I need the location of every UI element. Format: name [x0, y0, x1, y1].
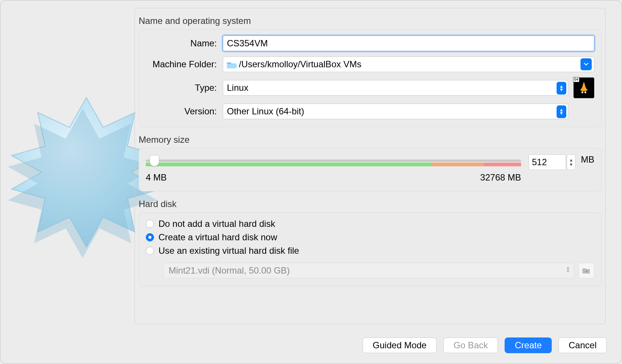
version-label: Version:: [146, 106, 217, 117]
chevron-down-icon: ▼: [569, 162, 573, 167]
name-label: Name:: [146, 38, 217, 49]
os-icon: 64: [573, 77, 594, 98]
svg-point-2: [582, 92, 583, 93]
version-select[interactable]: Other Linux (64-bit) ▲▼: [223, 104, 568, 119]
group-harddisk: Do not add a virtual hard disk Create a …: [139, 212, 601, 286]
radio-existing-disk[interactable]: Use an existing virtual hard disk file: [146, 246, 594, 256]
section-name-os-label: Name and operating system: [139, 16, 605, 26]
radio-no-disk-label: Do not add a virtual hard disk: [158, 219, 275, 229]
type-label: Type:: [146, 83, 217, 93]
radio-create-disk[interactable]: Create a virtual hard disk now: [146, 232, 594, 243]
radio-checked-icon: [146, 233, 154, 241]
existing-disk-value: Mint21.vdi (Normal, 50.00 GB): [169, 265, 290, 276]
machine-folder-combo[interactable]: /Users/kmolloy/VirtualBox VMs: [223, 56, 594, 72]
chevron-up-icon: ▲: [569, 158, 573, 162]
radio-icon: [146, 247, 154, 255]
chevron-down-icon[interactable]: [581, 58, 592, 70]
go-back-button[interactable]: Go Back: [443, 337, 498, 353]
memory-stepper[interactable]: ▲ ▼: [567, 154, 576, 170]
type-select[interactable]: Linux ▲▼: [223, 80, 568, 96]
radio-existing-disk-label: Use an existing virtual hard disk file: [158, 246, 299, 256]
svg-point-3: [585, 92, 586, 93]
browse-disk-button: [579, 263, 594, 278]
version-value: Other Linux (64-bit): [227, 106, 304, 117]
memory-slider[interactable]: 4 MB 32768 MB: [146, 154, 521, 177]
radio-icon: [146, 220, 154, 228]
machine-folder-value: /Users/kmolloy/VirtualBox VMs: [239, 59, 361, 70]
existing-disk-select: Mint21.vdi (Normal, 50.00 GB) ▲▼: [163, 263, 574, 278]
guided-mode-button[interactable]: Guided Mode: [363, 337, 437, 353]
updown-disabled-icon: ▲▼: [566, 266, 570, 273]
group-memory: 4 MB 32768 MB ▲ ▼ MB: [139, 148, 601, 191]
create-button[interactable]: Create: [505, 337, 552, 353]
machine-folder-label: Machine Folder:: [146, 59, 217, 70]
folder-icon: [227, 61, 237, 68]
wizard-panel: Name and operating system Name: Machine …: [135, 8, 606, 324]
type-value: Linux: [227, 83, 248, 93]
radio-no-disk[interactable]: Do not add a virtual hard disk: [146, 219, 594, 229]
section-harddisk-label: Hard disk: [139, 199, 605, 209]
updown-icon[interactable]: ▲▼: [557, 105, 566, 118]
wizard-button-bar: Guided Mode Go Back Create Cancel: [363, 337, 607, 353]
memory-min-label: 4 MB: [146, 172, 167, 183]
group-name-os: Name: Machine Folder: /Users/kmolloy/Vir…: [139, 29, 601, 127]
section-memory-label: Memory size: [139, 135, 605, 145]
memory-unit-label: MB: [581, 154, 594, 165]
memory-value-input[interactable]: [529, 154, 566, 170]
memory-max-label: 32768 MB: [480, 172, 521, 183]
cancel-button[interactable]: Cancel: [558, 337, 607, 353]
radio-create-disk-label: Create a virtual hard disk now: [158, 232, 277, 243]
os-arch-badge: 64: [573, 77, 579, 82]
slider-thumb[interactable]: [150, 155, 159, 166]
name-input[interactable]: [223, 36, 594, 51]
updown-icon[interactable]: ▲▼: [557, 82, 566, 95]
